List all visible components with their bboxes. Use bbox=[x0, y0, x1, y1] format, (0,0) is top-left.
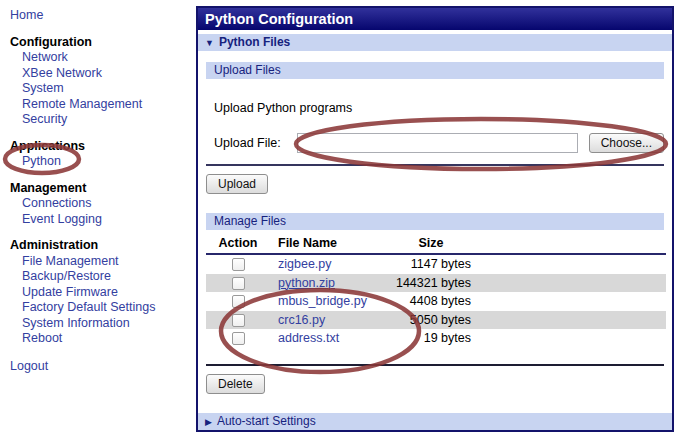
divider bbox=[206, 164, 664, 166]
upload-file-input[interactable] bbox=[297, 133, 577, 153]
section-auto-start-settings[interactable]: ▶Auto-start Settings bbox=[198, 413, 672, 430]
section-python-files[interactable]: ▼Python Files bbox=[198, 34, 672, 51]
delete-button[interactable]: Delete bbox=[206, 374, 265, 394]
section-python-files-label: Python Files bbox=[219, 35, 290, 49]
sidebar-item-xbee-network[interactable]: XBee Network bbox=[10, 66, 190, 82]
sidebar-item-security[interactable]: Security bbox=[10, 112, 190, 128]
upload-files-header: Upload Files bbox=[206, 62, 664, 79]
page-title: Python Configuration bbox=[198, 8, 672, 30]
sidebar-item-reboot[interactable]: Reboot bbox=[10, 331, 190, 347]
sidebar-group-header: Applications bbox=[10, 139, 190, 155]
sidebar-group: AdministrationFile ManagementBackup/Rest… bbox=[10, 238, 190, 347]
file-size: 5050 bytes bbox=[391, 311, 471, 330]
file-table-header: Action File Name Size bbox=[206, 234, 666, 255]
file-checkbox[interactable] bbox=[232, 295, 245, 308]
sidebar-item-backup-restore[interactable]: Backup/Restore bbox=[10, 269, 190, 285]
table-row: address.txt 19 bytes bbox=[206, 329, 666, 348]
sidebar-group: ConfigurationNetworkXBee NetworkSystemRe… bbox=[10, 35, 190, 128]
table-row: python.zip 144321 bytes bbox=[206, 274, 666, 293]
sidebar-group: ManagementConnectionsEvent Logging bbox=[10, 181, 190, 228]
chevron-down-icon: ▼ bbox=[205, 38, 214, 48]
sidebar-group: ApplicationsPython bbox=[10, 139, 190, 170]
sidebar-groups: ConfigurationNetworkXBee NetworkSystemRe… bbox=[10, 35, 190, 347]
sidebar-item-remote-management[interactable]: Remote Management bbox=[10, 97, 190, 113]
sidebar-item-event-logging[interactable]: Event Logging bbox=[10, 212, 190, 228]
upload-file-row: Upload File: Choose... bbox=[214, 133, 664, 153]
chevron-right-icon: ▶ bbox=[205, 417, 212, 427]
sidebar-item-factory-default-settings[interactable]: Factory Default Settings bbox=[10, 300, 190, 316]
sidebar-group-header: Configuration bbox=[10, 35, 190, 51]
sidebar-item-connections[interactable]: Connections bbox=[10, 196, 190, 212]
table-row: crc16.py 5050 bytes bbox=[206, 311, 666, 330]
file-size: 19 bytes bbox=[391, 329, 471, 348]
file-size: 4408 bytes bbox=[391, 292, 471, 311]
file-checkbox[interactable] bbox=[232, 314, 245, 327]
file-link[interactable]: crc16.py bbox=[278, 313, 325, 327]
table-row: mbus_bridge.py 4408 bytes bbox=[206, 292, 666, 311]
sidebar-item-network[interactable]: Network bbox=[10, 50, 190, 66]
sidebar-item-python[interactable]: Python bbox=[10, 154, 190, 170]
divider bbox=[206, 364, 664, 366]
column-file-name: File Name bbox=[270, 234, 391, 253]
upload-button[interactable]: Upload bbox=[206, 174, 268, 194]
sidebar-nav: Home ConfigurationNetworkXBee NetworkSys… bbox=[10, 8, 190, 374]
file-link[interactable]: python.zip bbox=[278, 276, 335, 290]
column-size: Size bbox=[391, 234, 471, 253]
sidebar-item-system-information[interactable]: System Information bbox=[10, 316, 190, 332]
upload-file-label: Upload File: bbox=[214, 136, 297, 150]
file-checkbox[interactable] bbox=[232, 258, 245, 271]
file-checkbox[interactable] bbox=[232, 332, 245, 345]
sidebar-item-home[interactable]: Home bbox=[10, 8, 190, 24]
upload-description: Upload Python programs bbox=[214, 101, 664, 115]
file-size: 144321 bytes bbox=[391, 274, 471, 293]
sidebar-group-header: Administration bbox=[10, 238, 190, 254]
choose-file-button[interactable]: Choose... bbox=[589, 133, 664, 153]
main-panel: Python Configuration ▼Python Files Uploa… bbox=[196, 6, 674, 432]
page: Home ConfigurationNetworkXBee NetworkSys… bbox=[0, 0, 675, 439]
file-link[interactable]: address.txt bbox=[278, 331, 339, 345]
sidebar-item-system[interactable]: System bbox=[10, 81, 190, 97]
section-auto-start-settings-label: Auto-start Settings bbox=[217, 414, 316, 428]
file-table: Action File Name Size zigbee.py 1147 byt… bbox=[206, 234, 666, 348]
sidebar-item-logout[interactable]: Logout bbox=[10, 359, 190, 375]
column-action: Action bbox=[206, 234, 270, 253]
file-checkbox[interactable] bbox=[232, 277, 245, 290]
file-table-body: zigbee.py 1147 bytes python.zip 144321 b… bbox=[206, 255, 666, 348]
file-link[interactable]: zigbee.py bbox=[278, 257, 332, 271]
panel-content: Upload Files Upload Python programs Uplo… bbox=[198, 62, 672, 394]
file-size: 1147 bytes bbox=[391, 255, 471, 274]
file-link[interactable]: mbus_bridge.py bbox=[278, 294, 367, 308]
sidebar-item-update-firmware[interactable]: Update Firmware bbox=[10, 285, 190, 301]
sidebar-group-header: Management bbox=[10, 181, 190, 197]
manage-files-header: Manage Files bbox=[206, 213, 664, 230]
table-row: zigbee.py 1147 bytes bbox=[206, 255, 666, 274]
sidebar-item-file-management[interactable]: File Management bbox=[10, 254, 190, 270]
